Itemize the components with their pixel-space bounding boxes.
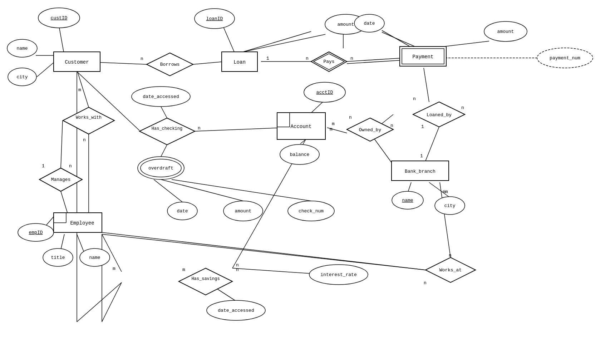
svg-line-72 [102,232,425,270]
svg-text:m: m [332,121,335,127]
has-savings-relationship [179,268,232,295]
svg-line-0 [59,26,64,52]
svg-text:n: n [390,123,393,128]
svg-line-11 [347,58,404,62]
svg-line-63 [102,282,122,322]
svg-text:1: 1 [421,124,424,129]
date-accessed1-label: date_accessed [143,94,179,99]
svg-text:n: n [424,280,427,286]
customer-label: Customer [65,59,89,65]
pay-date-label: date [364,21,375,26]
check-amount-label: amount [235,208,252,214]
payment-num-label: payment_num [550,55,580,61]
svg-text:m: m [330,127,333,132]
svg-text:m: m [78,87,81,93]
cust-city-label: city [16,74,28,80]
svg-line-61 [77,282,122,322]
works-with-relationship [63,107,114,134]
emp-name-label: name [89,255,100,260]
svg-line-25 [61,191,68,215]
borrows-label: Borrows [160,62,180,67]
overdraft-label: overdraft [148,166,173,171]
svg-line-43 [424,68,429,102]
manages-label: Manages [51,177,71,182]
has-checking-label: Has_checking [152,126,182,131]
svg-text:m: m [113,266,115,271]
svg-line-65 [243,31,311,52]
svg-text:n: n [198,126,201,131]
svg-text:n: n [83,137,86,143]
loanid-label: loanID [206,16,223,21]
account-label: Account [291,124,312,129]
svg-line-31 [161,145,167,157]
svg-text:1: 1 [42,163,45,169]
branch-name-label: name [402,198,413,203]
custid-label: custID [51,15,68,21]
date-accessed2-label: date_accessed [218,308,254,313]
branch-city-label: city [444,203,455,208]
svg-line-52 [161,179,243,201]
works-with-label: Works_with [76,115,102,120]
payment-label: Payment [413,54,434,60]
works-at-label: Works_at [439,267,462,273]
svg-text:m: m [182,267,185,272]
svg-line-58 [232,268,311,274]
loaned-by-label: Loaned_by [427,112,452,118]
svg-text:n: n [306,56,309,61]
svg-line-12 [347,60,404,64]
er-diagram: m n 1 n n m n 1 n n m m n n 1 m n m n Cu… [0,0,615,364]
owned-by-label: Owned_by [359,127,382,133]
employee-label: Employee [70,220,94,226]
svg-line-70 [243,34,325,52]
has-savings-label: Has_savings [191,276,220,281]
svg-text:1: 1 [420,153,423,159]
svg-line-22 [61,120,63,168]
svg-text:m: m [445,189,448,195]
svg-line-30 [161,107,167,118]
svg-text:n: n [349,115,352,120]
emp-title-label: title [51,255,65,260]
svg-line-2 [37,63,54,77]
svg-text:m: m [443,189,446,195]
check-num-label: check_num [299,208,324,214]
svg-line-51 [154,179,182,202]
svg-line-7 [223,27,234,52]
svg-line-44 [425,127,439,163]
svg-line-36 [300,139,306,144]
bank-branch-label: Bank_branch [405,169,436,174]
svg-text:n: n [236,267,239,272]
diagram-svg: m n 1 n n m n 1 n n m m n n 1 m n m n Cu… [0,0,615,364]
cust-name-label: name [16,46,28,51]
svg-line-71 [382,32,415,46]
svg-line-53 [172,179,311,201]
svg-text:n: n [350,56,353,61]
svg-line-6 [193,62,225,64]
loan-label: Loan [233,59,246,65]
pay-amount-label: amount [497,29,514,34]
svg-text:n: n [461,105,464,110]
svg-text:n: n [413,96,416,102]
svg-text:1: 1 [266,56,269,61]
loan-amount-label: amount [338,22,354,27]
balance-label: balance [290,152,310,157]
svg-line-32 [195,128,284,131]
check-date-label: date [177,208,188,214]
svg-text:n: n [141,56,143,62]
empid-label: empID [29,230,43,235]
has-checking-relationship [139,118,195,145]
pays-label: Pays [323,59,334,64]
acctid-label: acctID [316,90,333,95]
interest-rate-label: interest_rate [320,272,356,277]
svg-line-14 [382,30,413,48]
svg-text:n: n [69,163,72,169]
